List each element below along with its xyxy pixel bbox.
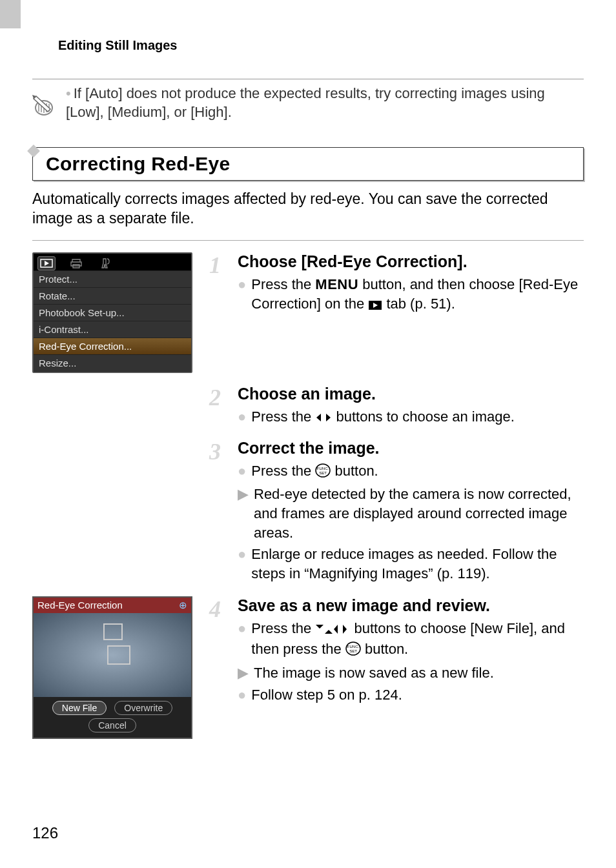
step-instruction: ● Press the FUNC.SET button. — [238, 461, 584, 483]
triangle-icon: ▶ — [238, 485, 249, 542]
svg-point-6 — [346, 642, 360, 655]
redeye-panel-title: Red-Eye Correction — [37, 600, 123, 611]
step-result: ▶ The image is now saved as a new file. — [238, 663, 584, 683]
step-instruction: ● Press the buttons to choose an image. — [238, 407, 584, 429]
svg-text:SET: SET — [320, 471, 327, 475]
text: The image is now saved as a new file. — [254, 663, 584, 683]
pencil-note-icon — [32, 85, 56, 121]
tools-tab-icon — [97, 256, 115, 270]
step-title: Correct the image. — [238, 439, 584, 458]
left-right-arrow-icon — [315, 409, 332, 429]
text: tab (p. 51). — [382, 296, 455, 312]
step-2-3-row: 2 Choose an image. ● Press the buttons t… — [32, 385, 584, 594]
bullet-icon: ● — [238, 619, 246, 661]
step-title: Choose [Red-Eye Correction]. — [238, 252, 584, 271]
four-way-arrow-icon — [315, 621, 350, 640]
svg-text:SET: SET — [349, 649, 357, 653]
playback-tab-inline-icon — [368, 296, 382, 316]
menu-item: Photobook Set-up... — [34, 304, 191, 321]
step-instruction: ● Press the MENU button, and then choose… — [238, 275, 584, 315]
step-1-row: Protect... Rotate... Photobook Set-up...… — [32, 252, 584, 373]
section-heading: Correcting Red-Eye — [46, 153, 574, 175]
tip-note: •If [Auto] does not produce the expected… — [32, 79, 584, 134]
menu-item-selected: Red-Eye Correction... — [34, 338, 191, 354]
step-title: Save as a new image and review. — [238, 596, 584, 615]
magnify-icon: ⊕ — [179, 600, 187, 611]
text: Press the — [251, 276, 315, 292]
camera-menu-screenshot: Protect... Rotate... Photobook Set-up...… — [32, 252, 192, 373]
cancel-option: Cancel — [88, 718, 136, 732]
page-content: Editing Still Images •If [Auto] does not… — [0, 0, 616, 868]
triangle-icon: ▶ — [238, 663, 249, 683]
step-number: 1 — [209, 252, 229, 318]
playback-tab-icon — [37, 256, 56, 270]
bullet-icon: ● — [238, 275, 246, 315]
text: Press the — [251, 409, 315, 425]
menu-button-label: MENU — [315, 276, 358, 292]
redeye-preview-image — [34, 613, 191, 697]
text: Follow step 5 on p. 124. — [251, 685, 584, 705]
menu-item: Protect... — [34, 270, 191, 287]
running-header: Editing Still Images — [32, 30, 584, 66]
bullet-icon: ● — [238, 407, 246, 429]
step-2: 2 Choose an image. ● Press the buttons t… — [209, 385, 584, 431]
menu-item: Rotate... — [34, 287, 191, 304]
text: button. — [331, 463, 378, 479]
step-4-row: Red-Eye Correction ⊕ New File Overwrite … — [32, 596, 584, 739]
section-intro: Automatically corrects images affected b… — [32, 190, 584, 228]
svg-text:FUNC.: FUNC. — [347, 645, 360, 649]
text: Red-eye detected by the camera is now co… — [254, 485, 584, 542]
step-instruction: ● Press the buttons to choose [New File]… — [238, 619, 584, 661]
step-3: 3 Correct the image. ● Press the FUNC.SE… — [209, 439, 584, 586]
text: button. — [361, 641, 408, 657]
section-heading-bar: Correcting Red-Eye — [32, 147, 584, 181]
step-number: 2 — [209, 385, 229, 431]
func-set-button-icon: FUNC.SET — [315, 463, 331, 483]
text: Enlarge or reduce images as needed. Foll… — [251, 545, 584, 583]
func-set-button-icon: FUNC.SET — [345, 641, 361, 661]
redeye-correction-screenshot: Red-Eye Correction ⊕ New File Overwrite … — [32, 596, 192, 739]
step-instruction: ● Follow step 5 on p. 124. — [238, 685, 584, 705]
svg-text:FUNC.: FUNC. — [317, 467, 329, 470]
print-tab-icon — [67, 256, 85, 270]
menu-item: i-Contrast... — [34, 321, 191, 338]
tip-note-text: •If [Auto] does not produce the expected… — [66, 85, 584, 121]
text: Press the — [251, 620, 315, 636]
svg-point-3 — [316, 464, 330, 477]
step-1: 1 Choose [Red-Eye Correction]. ● Press t… — [209, 252, 584, 318]
divider-line — [32, 240, 584, 241]
text: buttons to choose an image. — [332, 409, 515, 425]
step-title: Choose an image. — [238, 385, 584, 403]
step-result: ▶ Red-eye detected by the camera is now … — [238, 485, 584, 542]
overwrite-option: Overwrite — [114, 701, 172, 715]
bullet-icon: ● — [238, 545, 246, 583]
text: Press the — [251, 463, 315, 479]
bullet-icon: ● — [238, 685, 246, 705]
step-instruction: ● Enlarge or reduce images as needed. Fo… — [238, 545, 584, 583]
new-file-option: New File — [52, 701, 107, 715]
step-number: 4 — [209, 596, 229, 707]
page-number: 126 — [32, 824, 58, 842]
menu-item: Resize... — [34, 354, 191, 372]
step-4: 4 Save as a new image and review. ● Pres… — [209, 596, 584, 707]
step-number: 3 — [209, 439, 229, 586]
bullet-icon: ● — [238, 461, 246, 483]
